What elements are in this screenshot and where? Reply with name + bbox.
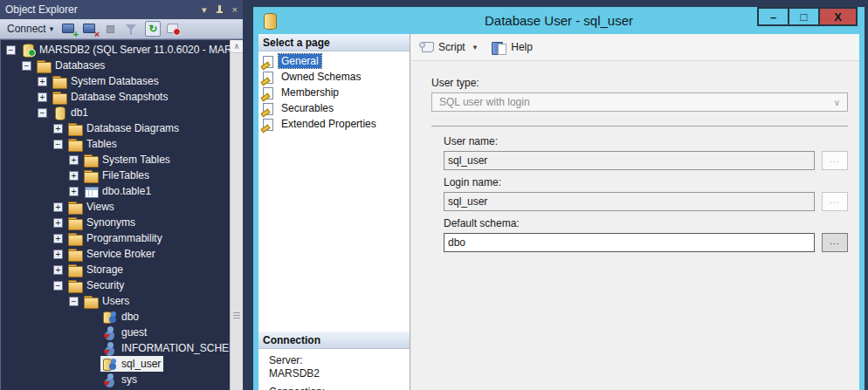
tree-item[interactable]: INFORMATION_SCHEMA <box>1 340 229 356</box>
page-list-item[interactable]: Extended Properties <box>258 116 410 132</box>
tree-expander[interactable] <box>53 281 65 291</box>
tree-item-icon <box>52 75 67 88</box>
tree-item[interactable]: Databases <box>1 58 229 73</box>
tree-expander[interactable] <box>53 265 65 275</box>
tree-item[interactable]: Programmability <box>1 230 229 246</box>
tree-item[interactable]: Database Diagrams <box>1 120 229 136</box>
help-button[interactable]: Help <box>511 41 533 53</box>
field-value-input: sql_user <box>444 151 815 170</box>
tree-expander[interactable] <box>53 202 65 212</box>
tree-item[interactable]: dbo <box>1 309 229 325</box>
filter-icon <box>126 24 136 31</box>
tree-item[interactable]: Security <box>1 277 229 293</box>
tree-item[interactable]: dbo.table1 <box>1 183 229 199</box>
tree-item-label: Database Snapshots <box>71 91 168 103</box>
minimize-button[interactable]: – <box>757 7 789 26</box>
close-button[interactable]: X <box>818 7 858 26</box>
tree-item[interactable]: Tables <box>1 136 229 152</box>
tree-item-icon <box>68 263 83 277</box>
tree-item[interactable]: sys <box>1 372 229 387</box>
tree-item[interactable]: Users <box>1 293 229 309</box>
tree-item[interactable]: Database Snapshots <box>1 89 229 105</box>
tree-item-icon <box>103 342 118 355</box>
tree-expander[interactable] <box>38 108 50 118</box>
help-icon <box>492 41 506 54</box>
select-a-page-header: Select a page <box>258 34 410 51</box>
tree-expander[interactable] <box>53 234 65 243</box>
page-list-item[interactable]: General <box>258 53 410 69</box>
tree-expander[interactable] <box>6 45 18 55</box>
script-button[interactable]: Script <box>438 41 465 53</box>
tree-item-icon <box>68 232 83 245</box>
script-dropdown-icon[interactable]: ▾ <box>473 43 478 51</box>
tree-item[interactable]: MARSDB2 (SQL Server 11.0.6020 - MARSD <box>1 42 229 58</box>
tree-item-label: Databases <box>55 59 105 72</box>
page-list-item[interactable]: Securables <box>258 100 410 116</box>
form-field: User name: sql_user ... <box>444 135 848 170</box>
tree-item-label: Users <box>102 295 129 307</box>
page-icon <box>262 87 275 99</box>
tree-expander[interactable] <box>69 155 81 165</box>
tree-item[interactable]: FileTables <box>1 168 229 183</box>
tree-item-label: Synonyms <box>86 216 135 229</box>
chevron-down-icon: ∨ <box>834 98 840 107</box>
refresh-button[interactable]: ↻ <box>145 22 161 37</box>
refresh-icon: ↻ <box>148 23 157 35</box>
browse-button[interactable]: ... <box>822 233 848 252</box>
page-icon <box>262 103 275 114</box>
tree-item[interactable]: guest <box>1 325 229 340</box>
tree-item-label: sys <box>121 373 137 386</box>
page-list-item[interactable]: Owned Schemas <box>258 69 410 85</box>
filter-button[interactable] <box>124 22 140 37</box>
tree-item[interactable]: Storage <box>1 262 229 277</box>
tree-expander[interactable] <box>69 187 81 196</box>
scrollbar-thumb[interactable] <box>231 53 243 390</box>
tree-item[interactable]: db1 <box>1 105 229 120</box>
tree-item[interactable]: Service Broker <box>1 246 229 262</box>
window-position-icon[interactable]: ▾ <box>202 4 207 16</box>
disconnect-button[interactable]: × <box>82 22 98 37</box>
user-type-combobox[interactable]: SQL user with login ∨ <box>431 92 848 112</box>
tree-expander[interactable] <box>69 171 81 181</box>
object-explorer-toolbar: Connect ▾ + × ↻ <box>0 19 243 39</box>
close-icon[interactable]: × <box>232 4 238 15</box>
tree-expander[interactable] <box>38 92 50 102</box>
user-type-value: SQL user with login <box>439 96 530 108</box>
connect-button[interactable]: Connect ▾ <box>4 21 56 37</box>
chevron-down-icon: ▾ <box>50 24 54 33</box>
tree-item[interactable]: System Tables <box>1 152 229 168</box>
page-list-item[interactable]: Membership <box>258 85 410 100</box>
user-type-label: User type: <box>431 77 848 89</box>
tree-expander[interactable] <box>38 77 50 86</box>
tree-expander[interactable] <box>69 297 81 306</box>
page-label: Securables <box>279 101 336 115</box>
tree-item-label: sql_user <box>121 358 161 370</box>
pin-icon[interactable] <box>216 5 224 15</box>
tree-expander[interactable] <box>53 140 65 149</box>
scroll-up-icon[interactable]: ∧ <box>231 40 243 53</box>
tree-item-icon <box>84 169 99 182</box>
connect-label: Connect <box>7 23 46 35</box>
tree-item[interactable]: System Databases <box>1 73 229 89</box>
tree-scrollbar[interactable]: ∧ <box>230 40 243 390</box>
tree-item-icon <box>37 59 52 72</box>
tree-expander[interactable] <box>53 218 65 228</box>
tree-item-icon <box>68 201 83 214</box>
field-value-input[interactable]: dbo <box>444 233 815 252</box>
disable-scripting-button[interactable] <box>166 22 182 37</box>
scrollbar-grip <box>233 315 240 316</box>
maximize-button[interactable]: □ <box>788 7 820 26</box>
tree-item[interactable]: Views <box>1 199 229 215</box>
x-badge-icon: × <box>94 30 100 38</box>
page-icon <box>262 72 275 83</box>
page-icon <box>262 56 275 67</box>
dialog-titlebar[interactable]: Database User - sql_user – □ X <box>258 7 859 34</box>
tree-item[interactable]: Synonyms <box>1 215 229 230</box>
tree-item-label: Programmability <box>86 232 162 244</box>
connect-object-explorer-button[interactable]: + <box>61 22 77 37</box>
tree-item[interactable]: sql_user <box>1 356 229 372</box>
connection-label: Connection: <box>269 386 410 390</box>
tree-expander[interactable] <box>22 61 34 71</box>
tree-expander[interactable] <box>53 250 65 259</box>
tree-expander[interactable] <box>53 124 65 133</box>
